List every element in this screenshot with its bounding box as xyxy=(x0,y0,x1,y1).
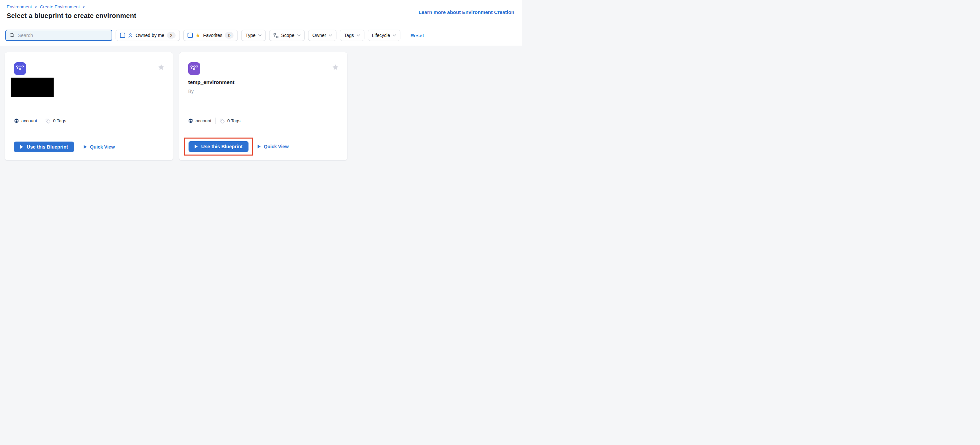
blueprint-icon xyxy=(188,62,200,75)
layers-icon xyxy=(188,118,193,123)
search-icon xyxy=(10,33,15,38)
blueprint-card-2: temp_environment By account 0 Tags xyxy=(179,52,347,161)
page-header: Environment > Create Environment > Selec… xyxy=(0,0,522,24)
owned-by-me-count: 2 xyxy=(167,32,175,39)
search-input[interactable] xyxy=(18,33,108,38)
favorite-star-icon: ★ xyxy=(196,33,200,38)
owned-by-me-filter[interactable]: Owned by me 2 xyxy=(116,30,180,41)
tags-count: 0 Tags xyxy=(53,118,66,123)
meta-divider xyxy=(215,118,216,124)
type-dropdown[interactable]: Type xyxy=(241,30,266,41)
breadcrumb-separator: > xyxy=(35,4,37,10)
tag-icon xyxy=(220,118,225,124)
use-this-blueprint-button[interactable]: Use this Blueprint xyxy=(14,141,74,152)
lifecycle-dropdown-label: Lifecycle xyxy=(372,33,390,38)
breadcrumb: Environment > Create Environment > xyxy=(7,4,514,10)
tags-dropdown-label: Tags xyxy=(344,33,354,38)
tags-count: 0 Tags xyxy=(227,118,240,123)
breadcrumb-separator: > xyxy=(82,4,85,10)
breadcrumb-environment[interactable]: Environment xyxy=(7,4,32,10)
card-meta-row: account 0 Tags xyxy=(188,118,240,124)
learn-more-link[interactable]: Learn more about Environment Creation xyxy=(418,10,514,15)
card-actions: Use this Blueprint Quick View xyxy=(184,138,289,156)
scope-dropdown[interactable]: Scope xyxy=(269,30,305,41)
favorites-checkbox[interactable] xyxy=(188,33,193,38)
search-box[interactable] xyxy=(5,30,112,41)
diagram-tree-icon xyxy=(274,33,278,38)
quick-view-label: Quick View xyxy=(264,144,288,149)
use-this-blueprint-label: Use this Blueprint xyxy=(27,144,68,149)
scope-dropdown-label: Scope xyxy=(281,33,294,38)
blueprint-name: temp_environment xyxy=(188,79,234,85)
owner-dropdown-label: Owner xyxy=(312,33,326,38)
favorites-label: Favorites xyxy=(203,33,223,38)
flowchart-glyph xyxy=(190,65,198,73)
play-icon xyxy=(194,145,198,149)
owned-by-me-label: Owned by me xyxy=(135,33,164,38)
meta-divider xyxy=(41,118,41,124)
tag-icon xyxy=(45,118,51,124)
lifecycle-dropdown[interactable]: Lifecycle xyxy=(368,30,400,41)
favorites-count: 0 xyxy=(225,32,233,39)
owner-dropdown[interactable]: Owner xyxy=(308,30,336,41)
play-icon xyxy=(258,145,261,149)
breadcrumb-create-environment[interactable]: Create Environment xyxy=(40,4,80,10)
tags-dropdown[interactable]: Tags xyxy=(340,30,364,41)
quick-view-link[interactable]: Quick View xyxy=(84,144,115,149)
use-this-blueprint-label: Use this Blueprint xyxy=(201,144,242,149)
reset-filters-button[interactable]: Reset xyxy=(410,33,424,38)
play-icon xyxy=(84,145,87,149)
layers-icon xyxy=(14,118,19,123)
scope-value: account xyxy=(196,118,211,123)
play-icon xyxy=(20,145,23,149)
chevron-down-icon xyxy=(297,34,301,37)
filter-bar: Owned by me 2 ★ Favorites 0 Type Scope O… xyxy=(0,24,522,46)
card-meta-row: account 0 Tags xyxy=(14,118,66,124)
blueprint-icon xyxy=(14,62,26,75)
chevron-down-icon xyxy=(357,34,360,37)
type-dropdown-label: Type xyxy=(245,33,256,38)
highlight-annotation-box: Use this Blueprint xyxy=(184,138,253,156)
quick-view-label: Quick View xyxy=(90,144,115,149)
scope-value: account xyxy=(21,118,37,123)
user-icon xyxy=(128,33,133,38)
favorite-star-icon[interactable] xyxy=(332,64,339,71)
chevron-down-icon xyxy=(258,34,261,37)
redacted-blueprint-name xyxy=(11,78,54,97)
card-actions: Use this Blueprint Quick View xyxy=(14,141,115,152)
chevron-down-icon xyxy=(393,34,396,37)
favorites-filter[interactable]: ★ Favorites 0 xyxy=(183,30,238,41)
blueprint-grid: account 0 Tags Use this Blueprint Quick … xyxy=(0,46,522,167)
blueprint-author: By xyxy=(188,89,194,94)
chevron-down-icon xyxy=(329,34,332,37)
favorite-star-icon[interactable] xyxy=(158,64,165,71)
owned-by-me-checkbox[interactable] xyxy=(120,33,125,38)
flowchart-glyph xyxy=(16,65,24,73)
blueprint-card-1: account 0 Tags Use this Blueprint Quick … xyxy=(5,52,173,161)
use-this-blueprint-button[interactable]: Use this Blueprint xyxy=(189,141,248,152)
quick-view-link[interactable]: Quick View xyxy=(258,144,288,149)
